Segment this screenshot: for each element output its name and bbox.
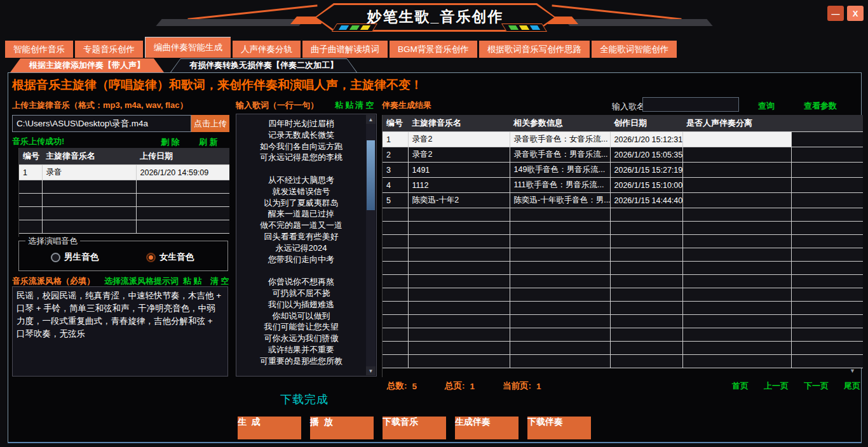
table-cell [610,355,682,368]
lyrics-textarea[interactable]: 四年时光划过眉梢记录无数成长微笑如今我们各自向远方跑可永远记得是您的李桃 从不经… [236,114,377,377]
table-cell [791,315,863,328]
main-tab[interactable]: 编曲伴奏智能生成 [145,37,231,58]
radio-circle-checked[interactable] [146,253,156,262]
main-tab[interactable]: 曲子曲谱解读填词 [302,41,388,58]
main-tab[interactable]: BGM背景音乐创作 [390,41,477,58]
download-accompaniment-button[interactable]: 下载伴奏 [527,417,591,439]
style-section-label: 音乐流派风格（必填） [12,276,95,287]
lyric-line: 以为到了夏威夷群岛 [236,197,366,209]
view-params-link[interactable]: 查看参数 [804,100,837,112]
table-cell [682,248,791,262]
scroll-up-arrow[interactable]: ▲ [366,115,376,124]
pagination-bar: 总数: 5 总页: 1 当前页: 1 首页上一页下一页尾页 [387,380,860,392]
table-cell: 1 [19,165,42,180]
sub-tab-active[interactable]: 根据主旋律添加伴奏【带人声】 [10,58,164,72]
lyric-line [236,163,366,175]
generate-button[interactable]: 生 成 [238,417,301,439]
table-cell [408,208,510,222]
table-cell [682,235,791,248]
table-cell: 陈奕迅-十年2 [408,193,510,208]
query-link[interactable]: 查询 [758,100,775,112]
table-row[interactable]: 5陈奕迅-十年2陈奕迅-十年歌手音色：男...2026/1/15 14:44:4… [383,193,863,208]
table-cell [682,355,791,368]
main-tab[interactable]: 全能歌词智能创作 [592,41,677,58]
table-cell [383,342,408,355]
style-textarea[interactable]: 民谣，校园民谣，纯真青涩，中速轻快节奏，木吉他 + 口琴 + 手铃，简单三和弦和… [12,286,228,377]
results-section-label: 伴奏生成结果 [382,100,431,111]
lyric-line: 可永远记得是您的李桃 [236,152,366,163]
table-cell [610,235,682,248]
scroll-thumb[interactable] [367,140,375,210]
download-music-button[interactable]: 下载音乐 [383,417,446,439]
table-row-empty [19,207,229,220]
table-cell: 2 [383,147,408,163]
table-cell [408,328,510,342]
table-row-empty [383,315,863,328]
main-tab[interactable]: 专题音乐创作 [75,41,143,58]
table-row[interactable]: 1录音2录音歌手音色：女音乐流...2026/1/20 15:12:31 [383,132,863,147]
table-cell [791,275,863,288]
play-button[interactable]: 播 放 [310,417,374,439]
next-page-link[interactable]: 下一页 [804,380,829,392]
column-header[interactable]: 主旋律音乐名 [408,115,510,132]
lyric-line: 四年时光划过眉梢 [236,118,366,130]
male-voice-radio[interactable]: 男生音色 [51,251,98,263]
table-cell [136,207,229,220]
prev-page-link[interactable]: 上一页 [764,380,789,392]
refresh-link[interactable]: 刷 新 [199,137,218,148]
upload-button[interactable]: 点击上传 [191,115,229,132]
sub-tab-inactive[interactable]: 有损伴奏转换无损伴奏【伴奏二次加工】 [170,58,357,72]
column-header[interactable]: 上传日期 [136,148,229,165]
main-tab[interactable]: 人声伴奏分轨 [233,41,301,58]
table-cell [682,302,791,315]
female-voice-radio[interactable]: 女生音色 [146,251,194,263]
table-row[interactable]: 41112111歌手音色：男音乐流...2026/1/15 15:10:00 [383,178,863,193]
lyrics-paste-link[interactable]: 粘 贴 [335,100,354,111]
download-status-text: 下载完成 [280,392,329,407]
file-path-input[interactable] [12,115,191,132]
table-row[interactable]: 1录音2026/1/20 14:59:09 [19,165,229,180]
main-tab[interactable]: 智能创作音乐 [5,41,73,58]
table-row-empty [383,275,863,288]
table-cell [42,180,136,194]
table-row-empty [383,235,863,248]
radio-circle-unchecked[interactable] [51,253,60,262]
column-header[interactable] [791,115,863,132]
style-hint-link[interactable]: 选择流派风格提示词 [104,276,179,287]
table-cell [510,235,610,248]
table-row-empty [383,222,863,235]
decor-chips-left [332,23,377,32]
table-cell: 2026/1/20 15:12:31 [610,132,682,147]
column-header[interactable]: 相关参数信息 [510,115,610,132]
column-header[interactable]: 是否人声伴奏分离 [682,115,791,132]
column-header[interactable]: 编号 [19,148,42,165]
column-header[interactable]: 编号 [383,115,408,132]
style-clear-link[interactable]: 清 空 [210,276,229,287]
table-row[interactable]: 2录音2录音歌手音色：男音乐流...2026/1/20 15:05:35 [383,147,863,163]
lyric-line: 永远记得2024 [236,243,366,254]
table-cell: 3 [383,163,408,178]
last-page-link[interactable]: 尾页 [844,380,860,392]
main-tab[interactable]: 根据歌词音乐写创作思路 [479,41,590,58]
upload-status-text: 音乐上传成功! [12,136,64,147]
column-header[interactable]: 主旋律音乐名 [42,148,136,165]
scroll-down-arrow[interactable]: ▼ [366,366,376,375]
generate-accompaniment-button[interactable]: 生成伴奏 [455,417,519,439]
table-cell: 4 [383,178,408,193]
column-header[interactable]: 创作日期 [610,115,682,132]
delete-link[interactable]: 删 除 [161,137,180,148]
table-row[interactable]: 31491149歌手音色：男音乐流...2026/1/15 15:27:19 [383,163,863,178]
total-count-label: 总数: [387,380,407,392]
table-cell [682,328,791,342]
scrollbar[interactable]: ▲ ▼ [366,115,376,375]
table-cell [383,288,408,302]
total-count-value: 5 [412,382,417,391]
chip-blue [339,25,349,30]
song-name-input[interactable] [642,97,739,112]
first-page-link[interactable]: 首页 [732,380,749,392]
close-button[interactable]: X [847,6,864,21]
minimize-button[interactable]: — [827,6,844,21]
style-paste-link[interactable]: 粘 贴 [183,276,202,287]
table-cell [510,315,610,328]
lyrics-clear-link[interactable]: 清 空 [355,100,374,111]
